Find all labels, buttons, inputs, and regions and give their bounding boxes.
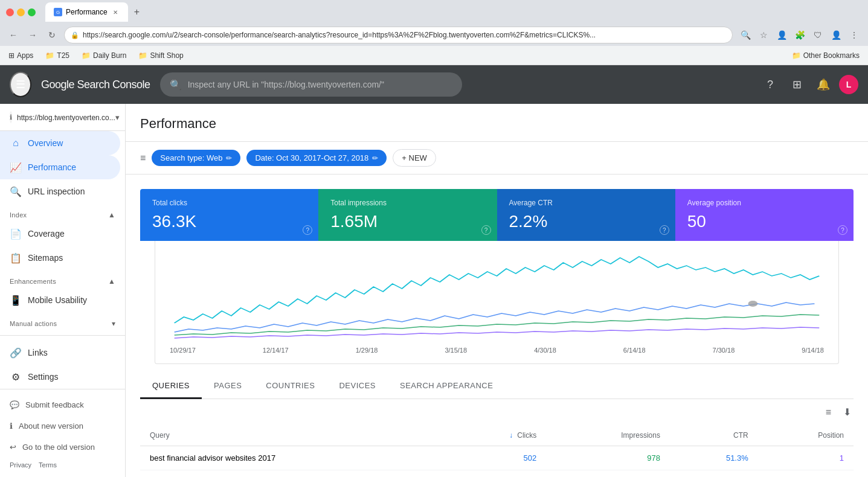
tab-bar: G Performance ✕ +	[45, 2, 143, 22]
hamburger-menu-button[interactable]: ☰	[10, 72, 31, 97]
date-range-filter-button[interactable]: Date: Oct 30, 2017-Oct 27, 2018 ✏	[246, 150, 387, 166]
notifications-button[interactable]: 🔔	[812, 74, 834, 95]
manual-actions-section-header: Manual actions ▾	[0, 312, 125, 330]
sidebar-item-sitemaps[interactable]: 📋 Sitemaps	[0, 246, 120, 270]
site-url: https://blog.twentyoverten.co...	[17, 114, 115, 122]
sidebar-item-mobile-usability[interactable]: 📱 Mobile Usability	[0, 288, 120, 312]
ctr-column-header[interactable]: CTR	[670, 425, 758, 446]
menu-button[interactable]: ⋮	[846, 27, 862, 43]
data-tabs: QUERIES PAGES COUNTRIES DEVICES SEARCH A…	[140, 374, 854, 399]
tab-pages[interactable]: PAGES	[202, 374, 254, 399]
close-button[interactable]	[6, 8, 14, 16]
content-area: Performance ≡ Search type: Web ✏ Date: O…	[126, 104, 868, 477]
bookmark-shift-shop[interactable]: 📁 Shift Shop	[136, 50, 185, 61]
address-field[interactable]: 🔒 https://search.google.com/u/2/search-c…	[64, 27, 733, 43]
maximize-button[interactable]	[28, 8, 36, 16]
extensions-button[interactable]: 🧩	[792, 27, 808, 43]
new-filter-button[interactable]: + NEW	[393, 149, 436, 167]
sitemaps-icon: 📋	[10, 252, 22, 264]
impressions-cell: 2,226	[546, 470, 670, 478]
url-search-bar[interactable]: 🔍	[160, 72, 462, 97]
apps-grid-button[interactable]: ⊞	[786, 74, 808, 95]
sidebar-item-overview[interactable]: ⌂ Overview	[0, 131, 120, 155]
minimize-button[interactable]	[17, 8, 25, 16]
tab-countries[interactable]: COUNTRIES	[254, 374, 327, 399]
total-clicks-label: Total clicks	[152, 199, 306, 207]
download-table-button[interactable]: ⬇	[841, 404, 854, 420]
active-tab[interactable]: G Performance ✕	[45, 2, 128, 22]
position-column-header[interactable]: Position	[758, 425, 854, 446]
site-selector[interactable]: ℹ https://blog.twentyoverten.co... ▾	[0, 104, 125, 131]
sidebar-item-label: Performance	[28, 162, 76, 172]
avatar-small[interactable]: 👤	[828, 27, 844, 43]
index-section-toggle[interactable]: ▲	[108, 211, 115, 219]
bookmark-apps[interactable]: ⊞ Apps	[6, 50, 36, 61]
sidebar-item-label: Links	[28, 348, 48, 357]
search-type-label: Search type: Web	[160, 153, 222, 162]
tab-devices[interactable]: DEVICES	[327, 374, 388, 399]
average-ctr-card[interactable]: Average CTR 2.2% ?	[497, 189, 675, 241]
search-type-filter-button[interactable]: Search type: Web ✏	[152, 150, 240, 166]
dropdown-chevron-icon: ▾	[115, 113, 120, 122]
submit-feedback-button[interactable]: 💬 Submit feedback	[0, 394, 125, 415]
info-circle-icon: ℹ	[10, 421, 13, 431]
bookmark-other[interactable]: 📁 Other Bookmarks	[789, 50, 862, 61]
tab-favicon: G	[54, 8, 62, 16]
edit-icon: ✏	[226, 154, 232, 162]
page-header: Performance	[126, 104, 868, 142]
about-new-version-button[interactable]: ℹ About new version	[0, 415, 125, 437]
t25-label: T25	[57, 51, 69, 60]
position-cell: 1.3	[758, 470, 854, 478]
back-button[interactable]: ←	[6, 28, 21, 42]
sidebar-item-settings[interactable]: ⚙ Settings	[0, 365, 120, 389]
chart-label-1: 10/29/17	[170, 347, 196, 354]
bookmark-star-button[interactable]: ☆	[756, 27, 771, 43]
links-icon: 🔗	[10, 347, 22, 359]
tab-search-appearance[interactable]: SEARCH APPEARANCE	[388, 374, 505, 399]
user-avatar[interactable]: L	[839, 75, 858, 94]
reload-button[interactable]: ↻	[45, 28, 59, 42]
address-bar: ← → ↻ 🔒 https://search.google.com/u/2/se…	[0, 24, 868, 46]
table-actions: ≡ ⬇	[140, 399, 854, 425]
sidebar-item-performance[interactable]: 📈 Performance	[0, 155, 120, 179]
url-search-input[interactable]	[188, 80, 452, 89]
profile-button[interactable]: 👤	[774, 27, 789, 43]
total-impressions-card[interactable]: Total impressions 1.65M ?	[318, 189, 497, 241]
chart-container: 10/29/17 12/14/17 1/29/18 3/15/18 4/30/1…	[155, 241, 839, 364]
privacy-link[interactable]: Privacy	[10, 461, 31, 469]
performance-icon: 📈	[10, 161, 22, 173]
sidebar-item-links[interactable]: 🔗 Links	[0, 341, 120, 365]
tab-close-button[interactable]: ✕	[111, 8, 120, 16]
clicks-column-header[interactable]: ↓ Clicks	[447, 425, 546, 446]
impressions-column-header[interactable]: Impressions	[546, 425, 670, 446]
filter-table-button[interactable]: ≡	[823, 404, 834, 420]
position-info-icon: ?	[838, 225, 847, 235]
go-to-old-version-button[interactable]: ↩ Go to the old version	[0, 437, 125, 458]
enhancements-section-toggle[interactable]: ▲	[108, 277, 115, 286]
shield-button[interactable]: 🛡	[810, 27, 826, 43]
manual-actions-section-toggle[interactable]: ▾	[112, 319, 115, 328]
total-clicks-card[interactable]: Total clicks 36.3K ?	[140, 189, 318, 241]
terms-link[interactable]: Terms	[39, 461, 57, 469]
bookmark-t25[interactable]: 📁 T25	[43, 50, 72, 61]
folder-icon: 📁	[138, 51, 147, 60]
query-column-header[interactable]: Query	[140, 425, 447, 446]
help-button[interactable]: ?	[759, 74, 781, 95]
sidebar-item-coverage[interactable]: 📄 Coverage	[0, 222, 120, 246]
average-position-card[interactable]: Average position 50 ?	[675, 189, 854, 241]
site-info-icon: ℹ	[10, 111, 12, 123]
sidebar-item-url-inspection[interactable]: 🔍 URL inspection	[0, 179, 120, 203]
about-new-version-label: About new version	[19, 421, 83, 431]
stats-container: Total clicks 36.3K ? Total impressions 1…	[126, 174, 868, 364]
table-row: best financial advisor websites 2017 502…	[140, 446, 854, 470]
bookmark-daily-burn[interactable]: 📁 Daily Burn	[79, 50, 129, 61]
average-position-label: Average position	[687, 199, 841, 207]
ctr-cell: 21.7%	[670, 470, 758, 478]
new-tab-button[interactable]: +	[130, 7, 143, 18]
forward-button[interactable]: →	[25, 28, 40, 42]
tab-queries[interactable]: QUERIES	[140, 374, 202, 399]
sidebar-item-label: Sitemaps	[28, 253, 63, 263]
chart-label-5: 4/30/18	[534, 347, 556, 354]
performance-chart	[165, 251, 829, 347]
search-icon-button[interactable]: 🔍	[738, 27, 753, 43]
